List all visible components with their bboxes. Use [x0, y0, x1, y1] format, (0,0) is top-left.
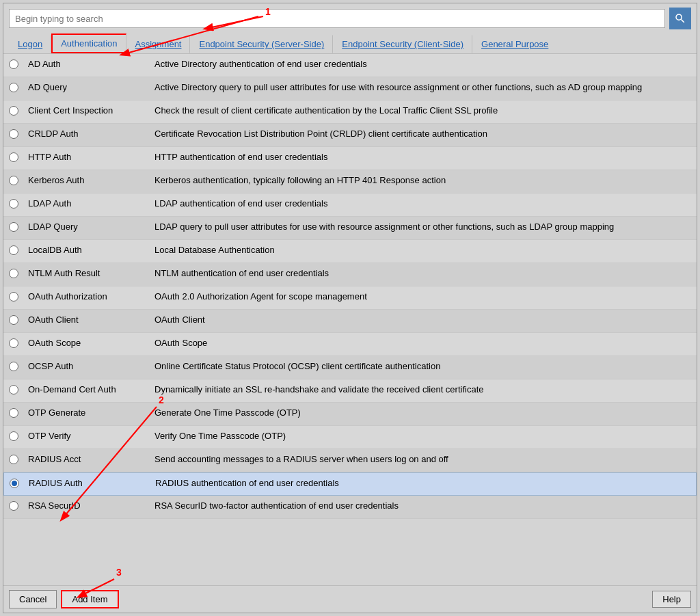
item-name: OAuth Client [28, 314, 154, 325]
list-item[interactable]: OAuth AuthorizationOAuth 2.0 Authorizati… [3, 286, 697, 310]
radio-button[interactable] [9, 176, 18, 185]
radio-col [9, 384, 28, 397]
list-item[interactable]: NTLM Auth ResultNTLM authentication of e… [3, 263, 697, 286]
item-name: LDAP Auth [28, 198, 154, 209]
list-item[interactable]: RADIUS AcctSend accounting messages to a… [3, 449, 697, 472]
radio-button[interactable] [9, 269, 18, 278]
item-name: LDAP Query [28, 221, 154, 232]
radio-button[interactable] [9, 83, 18, 92]
item-description: Active Directory authentication of end u… [154, 58, 691, 70]
radio-button[interactable] [9, 292, 18, 302]
item-description: HTTP authentication of end user credenti… [154, 151, 691, 163]
search-button[interactable] [669, 8, 691, 29]
tab-endpoint-client[interactable]: Endpoint Security (Client-Side) [333, 35, 472, 53]
list-item[interactable]: LDAP QueryLDAP query to pull user attrib… [3, 217, 697, 240]
item-name: RSA SecurID [28, 500, 154, 511]
list-item[interactable]: OTP GenerateGenerate One Time Passcode (… [3, 403, 697, 426]
list-item[interactable]: CRLDP AuthCertificate Revocation List Di… [3, 124, 697, 147]
item-name: OAuth Scope [28, 337, 154, 348]
item-description: Kerberos authentication, typically follo… [154, 174, 691, 187]
radio-button[interactable] [10, 479, 19, 488]
radio-col [9, 105, 28, 118]
radio-button[interactable] [9, 129, 18, 139]
item-description: Check the result of client certificate a… [154, 105, 691, 117]
radio-col [9, 453, 28, 466]
list-item[interactable]: Client Cert InspectionCheck the result o… [3, 101, 697, 124]
radio-col [9, 314, 28, 327]
list-item[interactable]: RADIUS AuthRADIUS authentication of end … [3, 472, 697, 496]
list-item[interactable]: LDAP AuthLDAP authentication of end user… [3, 193, 697, 217]
radio-button[interactable] [9, 431, 18, 441]
list-item[interactable]: OAuth ClientOAuth Client [3, 310, 697, 333]
list-item[interactable]: OTP VerifyVerify One Time Passcode (OTP) [3, 426, 697, 449]
tab-endpoint-server[interactable]: Endpoint Security (Server-Side) [190, 35, 333, 53]
radio-button[interactable] [9, 222, 18, 232]
item-description: OAuth 2.0 Authorization Agent for scope … [154, 291, 691, 303]
radio-col [9, 58, 28, 71]
item-description: RADIUS authentication of end user creden… [155, 477, 690, 490]
radio-button[interactable] [9, 455, 18, 464]
radio-col [9, 291, 28, 304]
radio-button[interactable] [9, 315, 18, 325]
radio-col [9, 360, 28, 373]
item-description: Verify One Time Passcode (OTP) [154, 430, 691, 442]
help-button[interactable]: Help [652, 591, 691, 608]
radio-button[interactable] [9, 362, 18, 371]
item-name: HTTP Auth [28, 151, 154, 162]
list-item[interactable]: AD QueryActive Directory query to pull u… [3, 77, 697, 101]
item-description: LDAP query to pull user attributes for u… [154, 221, 691, 233]
radio-col [9, 337, 28, 350]
item-description: RSA SecurID two-factor authentication of… [154, 500, 691, 512]
item-description: Certificate Revocation List Distribution… [154, 128, 691, 140]
item-description: Online Certificate Status Protocol (OCSP… [154, 360, 691, 373]
item-name: OTP Generate [28, 407, 154, 418]
list-item[interactable]: Kerberos AuthKerberos authentication, ty… [3, 170, 697, 193]
radio-button[interactable] [9, 245, 18, 255]
item-name: LocalDB Auth [28, 244, 154, 255]
radio-button[interactable] [9, 152, 18, 162]
radio-button[interactable] [9, 338, 18, 348]
list-item[interactable]: OCSP AuthOnline Certificate Status Proto… [3, 356, 697, 379]
radio-col [9, 267, 28, 280]
item-name: Client Cert Inspection [28, 105, 154, 116]
cancel-button[interactable]: Cancel [9, 590, 57, 608]
add-item-button[interactable]: Add Item [61, 590, 118, 608]
tab-assignment[interactable]: Assignment [126, 35, 191, 53]
radio-button[interactable] [9, 501, 18, 511]
list-item[interactable]: AD AuthActive Directory authentication o… [3, 54, 697, 77]
radio-col [9, 221, 28, 234]
radio-button[interactable] [9, 408, 18, 418]
radio-col [9, 430, 28, 443]
radio-button[interactable] [9, 385, 18, 394]
radio-col [9, 198, 28, 211]
search-icon [674, 12, 686, 25]
radio-col [9, 128, 28, 141]
list-item[interactable]: OAuth ScopeOAuth Scope [3, 333, 697, 356]
search-input[interactable] [9, 9, 665, 28]
item-name: OAuth Authorization [28, 291, 154, 302]
tab-logon[interactable]: Logon [9, 35, 51, 53]
item-name: NTLM Auth Result [28, 267, 154, 278]
item-name: CRLDP Auth [28, 128, 154, 139]
item-name: OCSP Auth [28, 360, 154, 371]
radio-button[interactable] [9, 59, 18, 69]
list-item[interactable]: HTTP AuthHTTP authentication of end user… [3, 147, 697, 170]
radio-col [9, 500, 28, 513]
radio-button[interactable] [9, 199, 18, 209]
list-item[interactable]: On-Demand Cert AuthDynamically initiate … [3, 379, 697, 403]
item-name: OTP Verify [28, 430, 154, 441]
items-list: AD AuthActive Directory authentication o… [3, 54, 697, 585]
item-description: NTLM authentication of end user credenti… [154, 267, 691, 280]
tab-general-purpose[interactable]: General Purpose [472, 35, 557, 53]
radio-col [9, 151, 28, 164]
radio-col [9, 81, 28, 94]
item-description: Generate One Time Passcode (OTP) [154, 407, 691, 419]
radio-button[interactable] [9, 106, 18, 116]
tab-authentication[interactable]: Authentication [51, 34, 126, 53]
item-name: Kerberos Auth [28, 174, 154, 185]
list-item[interactable]: RSA SecurIDRSA SecurID two-factor authen… [3, 496, 697, 519]
list-item[interactable]: LocalDB AuthLocal Database Authenticatio… [3, 240, 697, 263]
radio-col [10, 477, 29, 490]
item-name: AD Query [28, 81, 154, 92]
item-name: RADIUS Acct [28, 453, 154, 464]
